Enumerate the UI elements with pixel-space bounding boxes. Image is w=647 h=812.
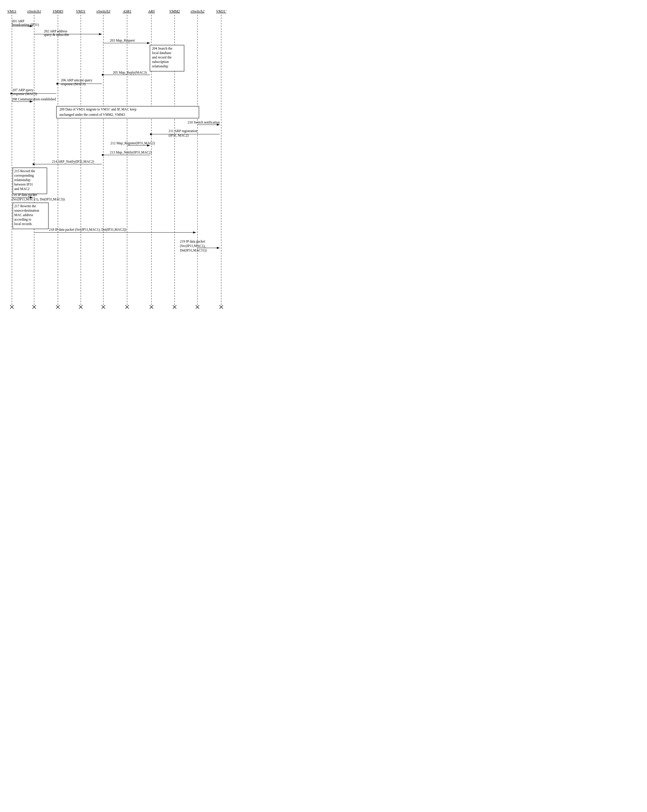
label-207b: response (MAC3) [12,92,37,96]
label-212: 212 Map_Register(IP31,MAC2) [110,141,155,145]
label-208: 208 Communication established [12,98,56,101]
label-202b: query & subscribe [44,33,69,37]
label-217e: local records [14,222,32,226]
label-206b: response (MAC3) [61,82,85,86]
label-216a: 216 IP data packet [12,193,37,197]
label-218: 218 IP data packet (Src(IP11,MAC1), Dst(… [49,228,127,232]
entity-vswitch3: vSwitch3 [96,9,110,13]
label-213: 213 Map_Notify(IP31,MAC2) [110,151,152,154]
entity-vm11: VM11 [8,9,17,13]
label-215b: corresponding [14,174,34,177]
entity-vswitch2: vSwitch2 [191,9,204,13]
label-203: 203 Map_Request [110,38,135,43]
label-215d: between IP31 [14,183,33,186]
label-201: 201 ARP [12,19,24,23]
label-209b: unchanged under the control of VMM2, VMM… [60,113,125,117]
label-204a: 204 Search the [152,47,172,50]
entity-vmm2: VMM2 [169,9,180,13]
label-204b: local database [152,51,171,55]
entity-vm31: VM31 [76,9,85,13]
sequence-diagram: VM11 vSwitch1 VMM3 VM31 vSwitch3 ASR1 AR… [0,0,238,321]
entity-vm31prime: VM31' [216,9,227,13]
entity-asr1: ASR1 [123,9,131,13]
entity-ars: ARS [148,9,155,13]
entity-vswitch1: vSwitch1 [27,9,41,13]
label-215a: 215 Record the [14,169,35,173]
label-210: 210 Switch notification [188,121,220,124]
label-211a: 211 ARP registration [169,129,197,133]
label-207a: 207 ARP query [12,88,34,92]
label-216b: (Src(IP11,MAC11), Dst(IP31,MAC3)) [12,197,65,201]
label-219c: Dst(IP31,MAC31)) [180,249,207,252]
label-217a: 217 Rewrite the [14,204,36,208]
label-214: 214 ARP_Notify(IP31,MAC2) [52,160,94,163]
label-204d: subscription [152,60,169,64]
label-217c: MAC address [14,213,33,217]
label-215c: relationship [14,178,31,182]
label-204e: relationship [152,64,168,68]
label-219a: 219 IP data packet [180,240,206,243]
label-219b: (Src(IP11,MAC1), [180,244,206,248]
label-205: 205 Map_Reply(MAC3) [113,71,146,75]
label-217b: source/destination [14,209,39,212]
label-215e: and MAC2 [14,187,30,191]
label-202: 202 ARP address [44,29,67,33]
label-211b: (IP31, MAC2) [169,134,189,137]
label-201b: broadcasting (IP31) [12,23,39,27]
label-217d: according to [14,218,31,221]
label-209a: 209 Data of VM31 migrate to VM31' and IP… [60,107,137,111]
entity-vmm3: VMM3 [53,9,64,13]
label-204c: and record the [152,55,172,59]
label-206a: 206 ARP unicast query [61,78,92,82]
